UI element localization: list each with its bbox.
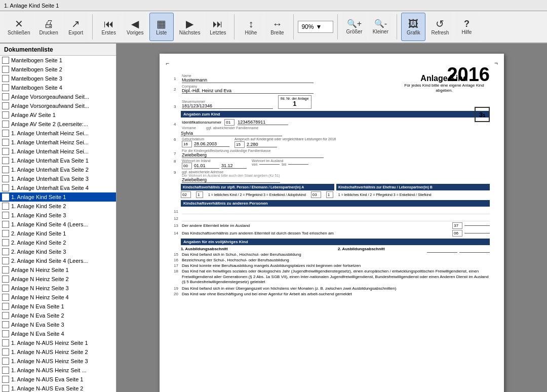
sidebar-item-icon-22	[2, 257, 9, 264]
sidebar-item-34[interactable]: 1. Anlage N-AUS Heinz Seit ...	[0, 366, 116, 375]
sidebar-item-1[interactable]: Mantelbogen Seite 2	[0, 65, 116, 74]
sidebar-item-label-12: 1. Anlage Unterhalt Eva Seite 2	[11, 167, 89, 173]
sidebar-item-9[interactable]: 1. Anlage Unterhalt Heinz Sei...	[0, 138, 116, 147]
sidebar-list[interactable]: Mantelbogen Seite 1Mantelbogen Seite 2Ma…	[0, 56, 116, 392]
section-kindschaft-andere: Kindschaftsverhältnis zu anderen Persone…	[181, 200, 490, 207]
sidebar-item-label-24: Anlage N Heinz Seite 2	[11, 276, 69, 282]
last-icon: ⏭	[213, 19, 223, 29]
sidebar-item-16[interactable]: 1. Anlage Kind Seite 2	[0, 202, 116, 211]
list-button[interactable]: ▦ Liste	[149, 13, 174, 41]
help-button[interactable]: ? Hilfe	[454, 13, 479, 41]
print-icon: 🖨	[44, 19, 54, 29]
sidebar-item-icon-26	[2, 294, 9, 301]
sidebar-item-4[interactable]: Anlage Vorsorgeaufwand Seit...	[0, 92, 116, 101]
close-button[interactable]: ✕ Schließen	[4, 13, 33, 41]
sidebar-item-29[interactable]: Anlage N Eva Seite 3	[0, 320, 116, 329]
section-volljaehrig: Angaben für ein volljähriges Kind	[181, 239, 490, 245]
sidebar-item-2[interactable]: Mantelbogen Seite 3	[0, 74, 116, 83]
sidebar-item-label-10: 1. Anlage Unterhalt Heinz Sei...	[11, 148, 89, 154]
sidebar-item-5[interactable]: Anlage Vorsorgeaufwand Seit...	[0, 101, 116, 110]
sidebar-item-0[interactable]: Mantelbogen Seite 1	[0, 56, 116, 65]
separator-3	[293, 14, 294, 40]
sidebar-header: Dokumentenliste	[0, 44, 116, 56]
sidebar-item-21[interactable]: 2. Anlage Kind Seite 3	[0, 247, 116, 256]
prev-icon: ◀	[131, 19, 139, 29]
last-button[interactable]: ⏭ Letztes	[206, 13, 230, 41]
row-7: 7 Für die Kindergeldfestsetzung zuständi…	[174, 149, 490, 158]
sidebar-item-33[interactable]: 1. Anlage N-AUS Heinz Seite 3	[0, 357, 116, 366]
sidebar-item-11[interactable]: 1. Anlage Unterhalt Eva Seite 1	[0, 156, 116, 165]
sidebar-item-icon-3	[2, 84, 9, 91]
sidebar-item-8[interactable]: 1. Anlage Unterhalt Heinz Sei...	[0, 129, 116, 138]
sidebar-item-label-1: Mantelbogen Seite 2	[11, 66, 62, 72]
sidebar-item-icon-5	[2, 102, 9, 109]
sidebar-item-icon-20	[2, 239, 9, 246]
sidebar-item-28[interactable]: Anlage N Eva Seite 2	[0, 311, 116, 320]
export-icon: ↗	[71, 19, 80, 29]
title-text: 1. Anlage Kind Seite 1	[4, 3, 59, 9]
sidebar-item-icon-32	[2, 348, 9, 356]
form-subtitle: Für jedes Kind bitte eine eigene Anlage …	[399, 83, 490, 94]
sidebar-item-23[interactable]: Anlage N Heinz Seite 1	[0, 265, 116, 275]
sidebar-item-3[interactable]: Mantelbogen Seite 4	[0, 83, 116, 92]
sidebar-item-13[interactable]: 1. Anlage Unterhalt Eva Seite 3	[0, 174, 116, 183]
sidebar-item-27[interactable]: Anlage N Eva Seite 1	[0, 302, 116, 311]
sidebar-item-label-14: 1. Anlage Unterhalt Eva Seite 4	[11, 185, 89, 191]
larger-icon: 🔍+	[347, 20, 362, 28]
row-3: 3 Steuernummer 181/123/12346 lfd. Nr. de…	[174, 95, 490, 109]
sidebar-item-14[interactable]: 1. Anlage Unterhalt Eva Seite 4	[0, 183, 116, 192]
sidebar-item-30[interactable]: Anlage N Eva Seite 4	[0, 329, 116, 338]
sidebar-item-20[interactable]: 2. Anlage Kind Seite 2	[0, 238, 116, 247]
sidebar-item-12[interactable]: 1. Anlage Unterhalt Eva Seite 2	[0, 165, 116, 174]
sidebar-item-32[interactable]: 1. Anlage N-AUS Heinz Seite 2	[0, 347, 116, 357]
row-11: 11	[174, 208, 490, 214]
list-label: Liste	[156, 30, 167, 35]
row-19: 19 Das Kind befand sich in einer Übergan…	[174, 286, 490, 291]
form-title: Anlage Kind	[399, 74, 490, 83]
sidebar-item-10[interactable]: 1. Anlage Unterhalt Heinz Sei...	[0, 147, 116, 156]
next-label: Nächstes	[179, 30, 201, 35]
prev-button[interactable]: ◀ Voriges	[123, 13, 147, 41]
zoom-select[interactable]: 90% ▼	[298, 21, 333, 33]
sidebar-item-18[interactable]: 1. Anlage Kind Seite 4 (Leers...	[0, 220, 116, 229]
sidebar-item-label-20: 2. Anlage Kind Seite 2	[11, 240, 66, 246]
larger-button[interactable]: 🔍+ Größer	[342, 13, 366, 41]
sidebar-item-19[interactable]: 2. Anlage Kind Seite 1	[0, 229, 116, 238]
sidebar-item-15[interactable]: 1. Anlage Kind Seite 1	[0, 192, 116, 202]
row-12: 12	[174, 215, 490, 221]
width-button[interactable]: ↔ Breite	[265, 13, 289, 41]
sidebar-item-icon-16	[2, 203, 9, 210]
sidebar-item-31[interactable]: 1. Anlage N-AUS Heinz Seite 1	[0, 338, 116, 347]
name-field: Mustermann	[182, 77, 314, 83]
sidebar-item-label-5: Anlage Vorsorgeaufwand Seit...	[11, 103, 89, 109]
sidebar-item-label-11: 1. Anlage Unterhalt Eva Seite 1	[11, 158, 89, 164]
close-icon: ✕	[15, 19, 23, 29]
section-kind-header: Angaben zum Kind	[181, 111, 490, 117]
graphic-icon: 🖼	[408, 19, 418, 29]
sidebar-item-label-22: 2. Anlage Kind Seite 4 (Leers...	[11, 258, 88, 264]
sidebar-item-24[interactable]: Anlage N Heinz Seite 2	[0, 275, 116, 284]
sidebar-item-7[interactable]: Anlage AV Seite 2 (Leerseite:...	[0, 120, 116, 129]
sidebar-item-6[interactable]: Anlage AV Seite 1	[0, 110, 116, 120]
smaller-button[interactable]: 🔍- Kleiner	[368, 13, 393, 41]
sidebar-item-icon-0	[2, 57, 9, 64]
sidebar-item-icon-4	[2, 93, 9, 100]
export-button[interactable]: ↗ Export	[64, 13, 88, 41]
row-6: 6 Geburtsdatum 16 28.06.2003 Anspruch au…	[174, 137, 490, 148]
ausbildung-headers: 1. Ausbildungsabschnitt 2. Ausbildungsab…	[181, 247, 490, 251]
refresh-button[interactable]: ↺ Refresh	[427, 13, 452, 41]
document-viewer[interactable]: ⌐ ¬ 2016 Anlage Kind Für jedes Kind bitt…	[116, 44, 547, 392]
sidebar-item-26[interactable]: Anlage N Heinz Seite 4	[0, 293, 116, 302]
sidebar-item-35[interactable]: 1. Anlage N-AUS Eva Seite 1	[0, 375, 116, 384]
sidebar-item-36[interactable]: 1. Anlage N-AUS Eva Seite 2	[0, 384, 116, 392]
doc-top-section: 1 Name Mustermann 2 Company Dipl.-Hdl. H…	[174, 74, 490, 296]
print-button[interactable]: 🖨 Drucken	[35, 13, 61, 41]
height-button[interactable]: ↕ Höhe	[239, 13, 263, 41]
next-button[interactable]: ▶ Nächstes	[176, 13, 204, 41]
first-button[interactable]: ⏮ Erstes	[97, 13, 121, 41]
sidebar-item-25[interactable]: Anlage N Heinz Seite 3	[0, 284, 116, 293]
row-18: 18 Das Kind hat ein freiwilliges soziale…	[174, 269, 490, 285]
sidebar-item-17[interactable]: 1. Anlage Kind Seite 3	[0, 211, 116, 220]
sidebar-item-22[interactable]: 2. Anlage Kind Seite 4 (Leers...	[0, 256, 116, 265]
graphic-button[interactable]: 🖼 Grafik	[401, 13, 425, 41]
